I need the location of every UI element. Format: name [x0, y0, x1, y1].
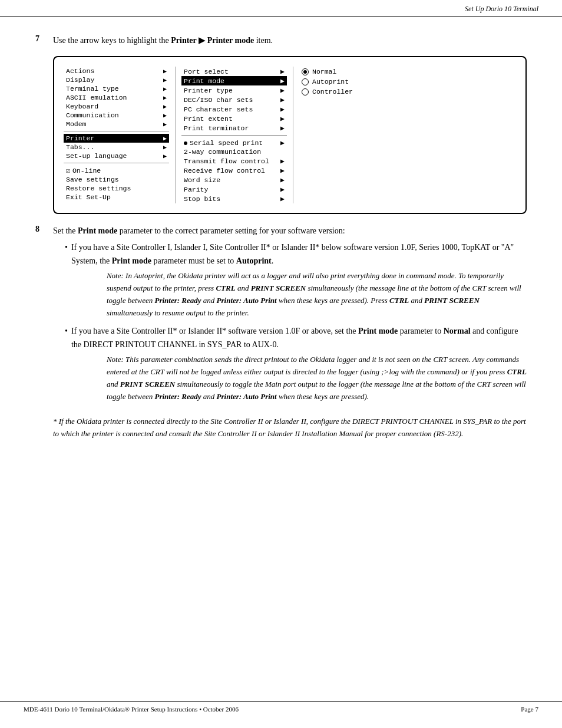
menu-item-printer[interactable]: Printer▶ [64, 134, 169, 143]
option-autoprint-label: Autoprint [312, 78, 349, 85]
menu-divider-1 [64, 131, 169, 131]
submenu-receive-flow[interactable]: Receive flow control▶ [181, 166, 287, 175]
step-7-arrow: ▶ [199, 36, 205, 45]
option-controller[interactable]: Controller [299, 87, 364, 97]
submenu-word-size[interactable]: Word size▶ [181, 175, 287, 185]
radio-normal [302, 68, 309, 75]
footnote-text: * If the Okidata printer is connected di… [53, 417, 526, 438]
radio-controller [302, 88, 309, 95]
menu-item-online[interactable]: ☑On-line [64, 166, 169, 175]
step-8-section: 8 Set the Print mode parameter to the co… [35, 225, 527, 440]
menu-item-ascii-emulation[interactable]: ASCII emulation▶ [64, 93, 169, 102]
menu-item-communication[interactable]: Communication▶ [64, 111, 169, 120]
step-8-intro: Set the Print mode parameter to the corr… [53, 225, 527, 440]
menu-divider-2 [64, 163, 169, 163]
bullet-dot-serial [184, 141, 187, 145]
menu-item-restore-settings[interactable]: Restore settings [64, 184, 169, 193]
submenu-dec-iso[interactable]: DEC/ISO char sets▶ [181, 95, 287, 104]
page-footer: MDE-4611 Dorio 10 Terminal/Okidata® Prin… [0, 701, 562, 716]
step-8-number: 8 [35, 225, 46, 440]
step-8-bullet-2: • If you have a Site Controller II* or I… [65, 325, 527, 405]
page-content: 7 Use the arrow keys to highlight the Pr… [0, 17, 562, 485]
step-7-number: 7 [35, 34, 46, 47]
page-header: Set Up Dorio 10 Terminal [0, 0, 562, 17]
printer-submenu: Port select▶ Print mode▶ Printer type▶ D… [176, 67, 293, 203]
submenu-print-extent[interactable]: Print extent▶ [181, 114, 287, 123]
submenu-print-terminator[interactable]: Print terminator▶ [181, 123, 287, 133]
menu-item-setup-language[interactable]: Set-up language▶ [64, 151, 169, 160]
main-menu: Actions▶ Display▶ Terminal type▶ ASCII e… [64, 67, 176, 203]
menu-item-terminal-type[interactable]: Terminal type▶ [64, 84, 169, 93]
menu-item-tabs[interactable]: Tabs...▶ [64, 143, 169, 151]
step-7-text-after: item. [254, 36, 273, 45]
menu-item-save-settings[interactable]: Save settings [64, 175, 169, 184]
submenu-2way-comm[interactable]: 2-way communication [181, 147, 287, 156]
menu-item-modem[interactable]: Modem▶ [64, 120, 169, 129]
footer-right: Page 7 [521, 706, 538, 713]
submenu-printer-type[interactable]: Printer type▶ [181, 85, 287, 95]
radio-autoprint [302, 78, 309, 85]
terminal-ui: Actions▶ Display▶ Terminal type▶ ASCII e… [53, 56, 527, 214]
step-7-row: 7 Use the arrow keys to highlight the Pr… [35, 34, 527, 47]
submenu-print-mode[interactable]: Print mode▶ [181, 76, 287, 85]
option-controller-label: Controller [312, 88, 353, 95]
option-normal[interactable]: Normal [299, 67, 364, 77]
note-block-2: Note: This parameter combination sends t… [107, 354, 527, 403]
step-7-text: Use the arrow keys to highlight the Prin… [53, 34, 273, 47]
menu-item-exit-setup[interactable]: Exit Set-Up [64, 193, 169, 202]
submenu-parity[interactable]: Parity▶ [181, 185, 287, 194]
submenu-divider-1 [181, 135, 287, 136]
footnote-block: * If the Okidata printer is connected di… [53, 416, 527, 440]
menu-item-keyboard[interactable]: Keyboard▶ [64, 102, 169, 111]
step-7-text-before: Use the arrow keys to highlight the [53, 36, 171, 45]
header-title: Set Up Dorio 10 Terminal [465, 5, 538, 13]
step-8-row: 8 Set the Print mode parameter to the co… [35, 225, 527, 440]
option-autoprint[interactable]: Autoprint [299, 77, 364, 87]
step-8-bullet-1: • If you have a Site Controller I, Islan… [65, 241, 527, 321]
submenu-pc-char-sets[interactable]: PC character sets▶ [181, 104, 287, 114]
submenu-stop-bits[interactable]: Stop bits▶ [181, 194, 287, 203]
note-block-1: Note: In Autoprint, the Okidata printer … [107, 270, 527, 319]
submenu-port-select[interactable]: Port select▶ [181, 67, 287, 76]
menu-item-display[interactable]: Display▶ [64, 75, 169, 84]
submenu-transmit-flow[interactable]: Transmit flow control▶ [181, 156, 287, 166]
step-7-bold1: Printer [171, 36, 197, 45]
option-normal-label: Normal [312, 68, 336, 75]
print-mode-options: Normal Autoprint Controller [293, 67, 370, 203]
menu-item-actions[interactable]: Actions▶ [64, 67, 169, 75]
submenu-serial-speed[interactable]: Serial speed print▶ [181, 138, 287, 147]
step-7-bold2: Printer mode [207, 36, 254, 45]
footer-left: MDE-4611 Dorio 10 Terminal/Okidata® Prin… [24, 706, 239, 713]
